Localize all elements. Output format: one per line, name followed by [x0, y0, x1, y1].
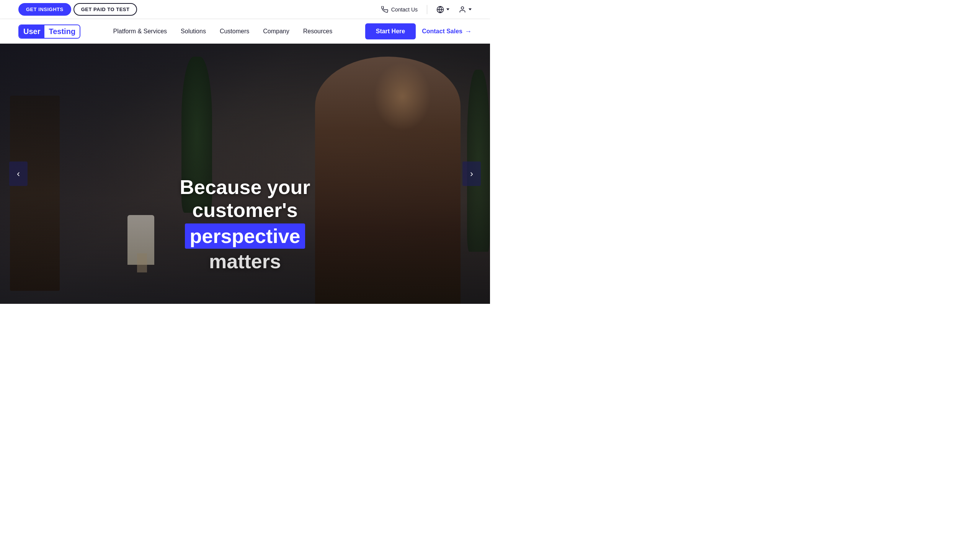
top-bar-right: Contact Us: [381, 5, 472, 14]
get-insights-button[interactable]: GET INSIGHTS: [18, 3, 71, 16]
user-icon: [459, 6, 466, 13]
hero-section: Because your customer's perspective matt…: [0, 44, 490, 304]
carousel-next-button[interactable]: ›: [462, 161, 481, 186]
nav-item-company: Company: [263, 28, 289, 35]
arrow-right-icon: →: [465, 28, 472, 36]
nav-item-resources: Resources: [303, 28, 332, 35]
language-selector[interactable]: [436, 6, 449, 13]
hero-line1: Because your: [111, 176, 379, 199]
logo: User Testing: [18, 24, 80, 39]
hero-highlight: perspective: [185, 223, 305, 249]
logo-user-text: User: [19, 25, 44, 38]
nav-link-resources[interactable]: Resources: [303, 28, 332, 34]
globe-icon: [436, 6, 444, 13]
top-bar-left: GET INSIGHTS GET PAID TO TEST: [18, 3, 137, 16]
contact-sales-link[interactable]: Contact Sales →: [422, 28, 472, 36]
next-arrow-icon: ›: [470, 168, 473, 179]
main-navigation: User Testing Platform & Services Solutio…: [0, 19, 490, 44]
nav-link-platform[interactable]: Platform & Services: [113, 28, 167, 34]
person-face: [374, 62, 431, 131]
prev-arrow-icon: ‹: [17, 168, 20, 179]
language-chevron-icon: [446, 8, 449, 10]
get-paid-button[interactable]: GET PAID TO TEST: [74, 3, 137, 16]
shelf-decoration: [10, 96, 60, 291]
hero-content: Because your customer's perspective matt…: [111, 176, 379, 273]
nav-link-company[interactable]: Company: [263, 28, 289, 34]
nav-right: Start Here Contact Sales →: [365, 23, 472, 39]
contact-us-label: Contact Us: [391, 7, 418, 13]
carousel-prev-button[interactable]: ‹: [9, 161, 28, 186]
logo-container: User Testing: [18, 24, 80, 39]
hero-line2: customer's: [111, 199, 379, 222]
start-here-button[interactable]: Start Here: [365, 23, 416, 39]
nav-item-customers: Customers: [220, 28, 249, 35]
nav-link-customers[interactable]: Customers: [220, 28, 249, 34]
logo-link[interactable]: User Testing: [18, 24, 80, 39]
contact-us-link[interactable]: Contact Us: [381, 6, 418, 13]
nav-item-solutions: Solutions: [181, 28, 206, 35]
hero-line4: matters: [111, 250, 379, 273]
nav-link-solutions[interactable]: Solutions: [181, 28, 206, 34]
svg-point-2: [461, 7, 464, 9]
logo-testing-text: Testing: [44, 25, 80, 38]
contact-sales-label: Contact Sales: [422, 28, 462, 35]
user-chevron-icon: [469, 8, 472, 10]
nav-links: Platform & Services Solutions Customers …: [113, 28, 333, 35]
phone-icon: [381, 6, 388, 13]
user-account-button[interactable]: [459, 6, 472, 13]
nav-item-platform: Platform & Services: [113, 28, 167, 35]
top-utility-bar: GET INSIGHTS GET PAID TO TEST Contact Us: [0, 0, 490, 19]
top-bar-divider: [427, 5, 427, 14]
right-plant: [467, 70, 490, 252]
